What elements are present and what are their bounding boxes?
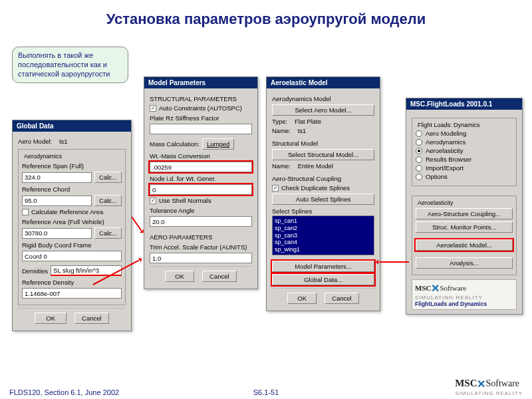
mass-calc-label: Mass Calculation:: [150, 140, 200, 148]
calc-area-checkbox[interactable]: [22, 209, 29, 215]
aeroelastic-model-button[interactable]: Aeroelastic Model...: [416, 239, 513, 251]
name2-label: Name:: [272, 162, 291, 170]
opt-aerodynamics[interactable]: Aerodynamics: [416, 138, 513, 146]
global-data-button[interactable]: Global Data...: [272, 274, 374, 285]
aeroelastic-titlebar: Aeroelastic Model: [267, 77, 380, 88]
select-struct-model-button[interactable]: Select Structural Model...: [272, 149, 374, 160]
cancel-button[interactable]: Cancel: [325, 293, 359, 304]
splines-listbox[interactable]: sp_can1 sp_can2 sp_can3 sp_can4 sp_wing1…: [272, 215, 374, 255]
tol-angle-label: Tolerance Angle: [150, 207, 252, 214]
calc-area-label: Calculate Reference Area: [31, 208, 103, 215]
opt-import-export[interactable]: Import/Export: [416, 164, 513, 172]
aunits-input[interactable]: 1.0: [150, 253, 252, 263]
wtmass-input[interactable]: .00259: [150, 162, 252, 172]
select-splines-label: Select Splines: [272, 207, 374, 215]
aeroelasticity-section: Aeroelasticity: [416, 200, 456, 206]
opt-aeroelasticity[interactable]: Aeroelasticity: [416, 147, 513, 154]
select-aero-model-button[interactable]: Select Aero Model...: [272, 104, 374, 116]
opt-aero-modeling[interactable]: Aero Modeling: [416, 130, 513, 137]
footer: FLDS120, Section 6.1, June 2002 S6.1-51 …: [0, 378, 532, 396]
name-value: ts1: [298, 127, 307, 134]
aero-group-label: Aerodynamics: [22, 153, 64, 160]
struct-params-header: STRUCTURAL PARAMETERS: [150, 95, 252, 102]
global-data-titlebar: Global Data: [13, 120, 131, 132]
arrow-icon: [131, 216, 142, 231]
dens-label: Densities: [22, 267, 48, 275]
flightloads-panel: MSC.FlightLoads 2001.0.1 Flight Loads: D…: [406, 98, 523, 315]
struct-model-section: Structural Model: [272, 140, 374, 147]
calc-button[interactable]: Calc...: [94, 227, 122, 239]
aero-structure-coupling-button[interactable]: Aero-Structure Coupling...: [416, 208, 513, 219]
check-dup-checkbox[interactable]: ✓: [272, 185, 279, 192]
arrow-icon: [379, 261, 409, 263]
aero-model-label: Aero Model:: [18, 138, 52, 145]
coupling-section: Aero-Structural Coupling: [272, 175, 374, 182]
ok-button[interactable]: OK: [287, 293, 317, 304]
ref-area-input[interactable]: 30780.0: [22, 228, 92, 239]
aero-params-header: AERO PARAMETERS: [150, 233, 252, 241]
shell-normals-label: Use Shell Normals: [159, 197, 211, 204]
ref-span-label: Reference Span (Full): [22, 162, 122, 170]
wtmass-label: Wt.-Mass Conversion: [150, 152, 252, 160]
shell-normals-checkbox[interactable]: ✓: [150, 198, 156, 204]
global-data-panel: Global Data Aero Model: ts1 Aerodynamics…: [12, 120, 132, 331]
struc-monitor-points-button[interactable]: Struc. Monitor Points...: [416, 221, 513, 233]
aero-model-section: Aerodynamics Model: [272, 95, 374, 102]
plate-rz-label: Plate Rz Stiffness Factor: [150, 114, 252, 122]
opt-options[interactable]: Options: [416, 173, 513, 180]
ref-chord-label: Reference Chord: [22, 186, 122, 193]
auto-select-splines-button[interactable]: Auto Select Splines: [272, 194, 374, 205]
hint-note: Выполнять в такой же последовательности …: [12, 47, 128, 83]
rbcf-input[interactable]: Coord 0: [22, 251, 122, 261]
footer-center: S6.1-51: [253, 388, 279, 396]
node-wt-label: Node i.d. for Wt. Gener.: [150, 175, 252, 182]
plate-rz-input[interactable]: [150, 124, 252, 134]
aero-model-value: ts1: [59, 138, 68, 145]
ref-area-label: Reference Area (Full Vehicle): [22, 218, 122, 225]
ok-button[interactable]: OK: [35, 313, 66, 324]
flightloads-group: Flight Loads: Dynamics: [416, 122, 482, 128]
mass-calc-select[interactable]: Lumped: [202, 138, 234, 150]
ref-dens-input[interactable]: 1.1468e-007: [22, 288, 122, 299]
footer-left: FLDS120, Section 6.1, June 2002: [9, 388, 119, 396]
tol-angle-input[interactable]: 20.0: [150, 216, 252, 227]
type-value: Flat Plate: [295, 118, 321, 125]
opt-results-browser[interactable]: Results Browser: [416, 156, 513, 163]
aeroelastic-model-panel: Aeroelastic Model Aerodynamics Model Sel…: [266, 76, 380, 311]
calc-button[interactable]: Calc...: [94, 195, 122, 206]
name-label: Name:: [272, 127, 291, 134]
model-parameters-button[interactable]: Model Parameters...: [272, 261, 374, 272]
cancel-button[interactable]: Cancel: [74, 313, 109, 324]
rbcf-label: Rigid Body Coord Frame: [22, 241, 122, 249]
cancel-button[interactable]: Cancel: [202, 271, 237, 282]
model-params-titlebar: Model Parameters: [144, 77, 257, 88]
node-wt-input[interactable]: 0: [150, 184, 252, 195]
msc-logo: MSC✕Software SIMULATING REALITY: [455, 378, 523, 396]
name2-value: Entire Model: [298, 162, 333, 170]
aunits-label: Trim Accel. Scale Factor (AUNITS): [150, 243, 252, 251]
autospc-checkbox[interactable]: ✓: [150, 105, 156, 112]
ref-chord-input[interactable]: 95.0: [22, 196, 92, 206]
flightloads-titlebar: MSC.FlightLoads 2001.0.1: [406, 98, 522, 110]
type-label: Type:: [272, 118, 287, 125]
analysis-button[interactable]: Analysis...: [416, 257, 513, 269]
check-dup-label: Check Duplicate Splines: [281, 184, 350, 192]
ok-button[interactable]: OK: [165, 271, 194, 282]
autospc-label: Auto Constraints (AUTOSPC): [159, 104, 242, 112]
ref-dens-label: Reference Density: [22, 279, 122, 286]
ref-span-input[interactable]: 324.0: [22, 172, 92, 183]
model-params-panel: Model Parameters STRUCTURAL PARAMETERS ✓…: [144, 76, 258, 289]
page-title: Установка параметров аэроупругой модели: [0, 0, 532, 31]
msc-software-logo-box: MSC✕Software SIMULATING REALITY FlightLo…: [412, 279, 517, 310]
calc-button[interactable]: Calc...: [94, 172, 122, 183]
